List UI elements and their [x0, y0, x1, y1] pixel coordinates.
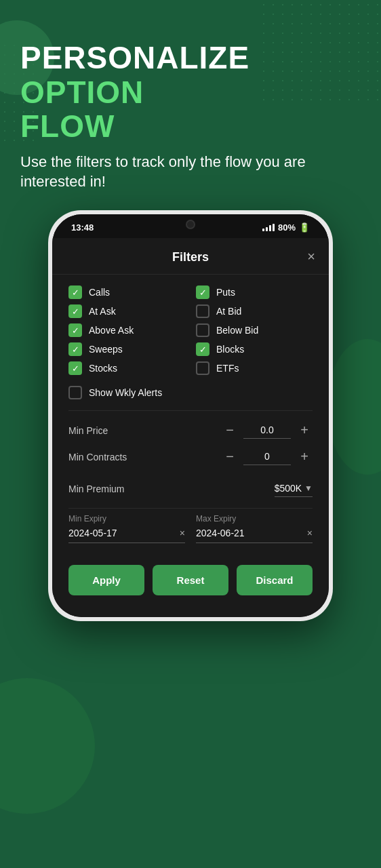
- title-personalize: PERSONALIZE: [20, 40, 249, 75]
- min-expiry-col: Min Expiry 2024-05-17 ×: [68, 514, 185, 543]
- filters-header: Filters ×: [52, 238, 329, 275]
- min-contracts-control: − +: [222, 448, 313, 465]
- checkbox-puts[interactable]: ✓ Puts: [196, 285, 313, 299]
- reset-button[interactable]: Reset: [153, 565, 228, 595]
- battery-icon: 🔋: [299, 222, 310, 233]
- header-title: PERSONALIZE OPTION FLOW: [20, 41, 361, 144]
- calls-label: Calls: [89, 287, 110, 298]
- min-price-input[interactable]: [243, 422, 291, 439]
- status-time: 13:48: [71, 222, 94, 233]
- checkbox-blocks[interactable]: ✓ Blocks: [196, 342, 313, 356]
- above-ask-label: Above Ask: [89, 325, 134, 336]
- checkbox-stocks[interactable]: ✓ Stocks: [68, 361, 185, 375]
- min-contracts-increment[interactable]: +: [296, 449, 313, 465]
- header-section: PERSONALIZE OPTION FLOW Use the filters …: [0, 0, 381, 205]
- max-expiry-clear-button[interactable]: ×: [307, 528, 313, 538]
- checkbox-etfs[interactable]: ETFs: [196, 361, 313, 375]
- close-button[interactable]: ×: [307, 248, 315, 264]
- checkbox-at-ask[interactable]: ✓ At Ask: [68, 304, 185, 318]
- camera-notch: [186, 220, 195, 229]
- filters-title: Filters: [172, 250, 209, 264]
- sweeps-checkbox[interactable]: ✓: [68, 342, 82, 356]
- show-weekly-row[interactable]: Show Wkly Alerts: [52, 383, 329, 410]
- min-premium-row: Min Premium $500K ▼: [52, 480, 329, 508]
- at-bid-checkbox[interactable]: [196, 304, 209, 318]
- action-buttons: Apply Reset Discard: [52, 554, 329, 601]
- phone-outer: 13:48 80% 🔋 Filters ×: [48, 210, 333, 621]
- below-bid-checkbox[interactable]: [196, 323, 209, 337]
- above-ask-checkbox[interactable]: ✓: [68, 323, 82, 337]
- circle-decor-bottom: [0, 678, 95, 814]
- min-expiry-clear-button[interactable]: ×: [180, 528, 185, 538]
- min-premium-select[interactable]: $500K ▼: [275, 480, 313, 497]
- phone-inner: 13:48 80% 🔋 Filters ×: [52, 214, 329, 617]
- title-option: OPTION: [20, 75, 144, 110]
- min-price-decrement[interactable]: −: [222, 422, 238, 438]
- sweeps-label: Sweeps: [89, 344, 123, 355]
- expiry-section: Min Expiry 2024-05-17 × Max Expiry 2024-…: [52, 509, 329, 554]
- at-ask-checkbox[interactable]: ✓: [68, 304, 82, 318]
- max-expiry-col: Max Expiry 2024-06-21 ×: [196, 514, 313, 543]
- max-expiry-label: Max Expiry: [196, 514, 313, 524]
- chevron-down-icon: ▼: [304, 484, 313, 493]
- min-contracts-row: Min Contracts − +: [68, 448, 313, 465]
- show-weekly-label: Show Wkly Alerts: [89, 387, 162, 398]
- max-expiry-value: 2024-06-21: [196, 528, 245, 538]
- min-price-label: Min Price: [68, 425, 222, 436]
- signal-icon: [262, 224, 275, 231]
- checkbox-sweeps[interactable]: ✓ Sweeps: [68, 342, 185, 356]
- min-contracts-label: Min Contracts: [68, 452, 222, 462]
- etfs-checkbox[interactable]: [196, 361, 209, 375]
- min-contracts-decrement[interactable]: −: [222, 449, 238, 465]
- header-subtitle: Use the filters to track only the flow y…: [20, 152, 361, 192]
- circle-decor-right: [327, 339, 381, 475]
- min-expiry-label: Min Expiry: [68, 514, 185, 524]
- min-expiry-value: 2024-05-17: [68, 528, 117, 538]
- at-ask-label: At Ask: [89, 306, 116, 317]
- min-expiry-input[interactable]: 2024-05-17 ×: [68, 528, 185, 543]
- stocks-label: Stocks: [89, 363, 117, 374]
- stocks-checkbox[interactable]: ✓: [68, 361, 82, 375]
- checkbox-at-bid[interactable]: At Bid: [196, 304, 313, 318]
- title-flow: FLOW: [20, 108, 115, 144]
- number-inputs: Min Price − + Min Contracts −: [52, 411, 329, 480]
- show-weekly-checkbox[interactable]: [68, 386, 82, 399]
- checkbox-above-ask[interactable]: ✓ Above Ask: [68, 323, 185, 337]
- below-bid-label: Below Bid: [216, 325, 258, 336]
- puts-checkbox[interactable]: ✓: [196, 285, 209, 299]
- etfs-label: ETFs: [216, 363, 239, 374]
- min-premium-label: Min Premium: [68, 484, 124, 494]
- blocks-label: Blocks: [216, 344, 244, 355]
- expiry-row: Min Expiry 2024-05-17 × Max Expiry 2024-…: [68, 514, 313, 543]
- apply-button[interactable]: Apply: [68, 565, 144, 595]
- status-bar: 13:48 80% 🔋: [52, 214, 329, 238]
- checkbox-calls[interactable]: ✓ Calls: [68, 285, 185, 299]
- calls-checkbox[interactable]: ✓: [68, 285, 82, 299]
- modal-content: Filters × ✓ Calls ✓ Puts: [52, 238, 329, 617]
- min-price-row: Min Price − +: [68, 422, 313, 439]
- min-premium-value: $500K: [275, 483, 302, 494]
- phone-mockup: 13:48 80% 🔋 Filters ×: [48, 210, 333, 621]
- status-right: 80% 🔋: [262, 222, 310, 233]
- min-contracts-input[interactable]: [243, 448, 291, 465]
- discard-button[interactable]: Discard: [237, 565, 313, 595]
- blocks-checkbox[interactable]: ✓: [196, 342, 209, 356]
- puts-label: Puts: [216, 287, 235, 298]
- status-battery: 80%: [278, 222, 296, 233]
- min-price-control: − +: [222, 422, 313, 439]
- max-expiry-input[interactable]: 2024-06-21 ×: [196, 528, 313, 543]
- checkbox-below-bid[interactable]: Below Bid: [196, 323, 313, 337]
- checkboxes-grid: ✓ Calls ✓ Puts ✓ At Ask: [52, 275, 329, 383]
- at-bid-label: At Bid: [216, 306, 241, 317]
- min-price-increment[interactable]: +: [296, 422, 313, 438]
